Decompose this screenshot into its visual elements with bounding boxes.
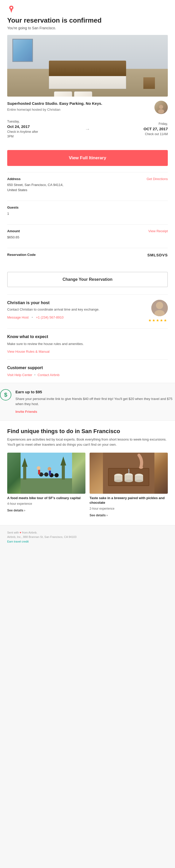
airbnb-logo-icon bbox=[7, 5, 16, 13]
experience-duration-sake: 2-hour experience bbox=[90, 506, 168, 511]
experience-name-bike: A food meets bike tour of SF's culinary … bbox=[7, 496, 85, 500]
experience-image-sake bbox=[90, 453, 168, 494]
experience-link-bike[interactable]: See details bbox=[7, 508, 25, 512]
reservation-code-section: Reservation Code SMLSDVS bbox=[7, 248, 168, 267]
amount-row: Amount $650.65 View Receipt bbox=[7, 228, 168, 240]
checkin-block: Tuesday, Oct 24, 2017 Check in Anytime a… bbox=[7, 119, 81, 139]
help-center-link[interactable]: Visit Help Center bbox=[7, 372, 32, 378]
guests-value: 1 bbox=[7, 211, 19, 216]
view-itinerary-button[interactable]: View Full Itinerary bbox=[7, 150, 168, 166]
experience-image-bike bbox=[7, 453, 85, 494]
host-avatar-container: ★ ★ ★ ★ ★ bbox=[147, 300, 168, 323]
host-title: Christian is your host bbox=[7, 300, 147, 306]
bed-mattress bbox=[49, 76, 126, 89]
experiences-grid: A food meets bike tour of SF's culinary … bbox=[7, 453, 168, 518]
footer-text: Sent with ♥ from Airbnb. Airbnb, Inc., 8… bbox=[7, 530, 168, 544]
host-stars: ★ ★ ★ ★ ★ bbox=[148, 318, 167, 323]
host-info: Christian is your host Contact Christian… bbox=[7, 300, 147, 320]
change-reservation-button[interactable]: Change Your Reservation bbox=[7, 272, 168, 287]
house-rules-title: Know what to expect bbox=[7, 334, 168, 340]
bed-pillow-left bbox=[54, 91, 72, 97]
get-directions-link[interactable]: Get Directions bbox=[147, 177, 168, 182]
support-title: Customer support bbox=[7, 365, 168, 371]
host-section: Christian is your host Contact Christian… bbox=[7, 294, 168, 328]
host-avatar-large bbox=[151, 300, 168, 316]
support-links: Visit Help Center • Contact Airbnb bbox=[7, 372, 168, 378]
sake-experience-svg bbox=[90, 453, 168, 494]
view-receipt-link[interactable]: View Receipt bbox=[148, 228, 168, 234]
address-section: Address 650 Street, San Francisco, CA 94… bbox=[7, 172, 168, 201]
checkout-date: OCT 27, 2017 bbox=[94, 127, 168, 131]
star-5: ★ bbox=[164, 318, 167, 323]
experience-duration-bike: 4-hour experience bbox=[7, 501, 85, 506]
experience-card-sake: Taste sake in a brewery paired with pick… bbox=[90, 453, 168, 518]
amount-section: Amount $650.65 View Receipt bbox=[7, 224, 168, 248]
invite-friends-link[interactable]: Invite Friends bbox=[16, 410, 37, 413]
house-rules-section: Know what to expect Make sure to review … bbox=[7, 328, 168, 360]
host-contact: Message Host • +1 (234) 567-8910 bbox=[7, 315, 147, 320]
footer: Sent with ♥ from Airbnb. Airbnb, Inc., 8… bbox=[0, 525, 175, 549]
address-value: 650 Street, San Francisco, CA 94114, Uni… bbox=[7, 182, 63, 192]
svg-point-3 bbox=[156, 302, 163, 309]
bike-experience-svg bbox=[7, 453, 85, 494]
svg-point-32 bbox=[135, 479, 143, 482]
room-bed bbox=[49, 61, 126, 89]
svg-rect-9 bbox=[62, 464, 65, 479]
property-host: Entire home/apt hosted by Christian bbox=[7, 107, 150, 112]
bed-pillow-right bbox=[74, 91, 92, 97]
svg-rect-7 bbox=[23, 465, 26, 479]
svg-point-14 bbox=[37, 466, 41, 470]
svg-point-19 bbox=[48, 467, 51, 471]
confirmation-title: Your reservation is confirmed bbox=[7, 17, 168, 24]
svg-point-1 bbox=[158, 109, 164, 114]
star-3: ★ bbox=[156, 318, 159, 323]
earn-travel-credit-link[interactable]: Earn travel credit bbox=[7, 540, 29, 543]
confirmation-subtitle: You're going to San Francisco. bbox=[7, 25, 168, 31]
experiences-text: Experiences are activities led by local … bbox=[7, 437, 168, 448]
date-arrow: → bbox=[81, 125, 94, 133]
host-avatar-small bbox=[154, 101, 168, 114]
property-name: Superhosted Castro Studio. Easy Parking.… bbox=[7, 101, 150, 106]
bed-headboard bbox=[49, 61, 126, 76]
host-avatar-large-svg bbox=[151, 300, 168, 316]
dates-section: Tuesday, Oct 24, 2017 Check in Anytime a… bbox=[7, 119, 168, 144]
property-image bbox=[7, 35, 168, 97]
svg-point-33 bbox=[139, 466, 143, 469]
property-text: Superhosted Castro Studio. Easy Parking.… bbox=[7, 101, 150, 112]
host-row: Christian is your host Contact Christian… bbox=[7, 300, 168, 323]
house-rules-description: Make sure to review the house rules and … bbox=[7, 341, 168, 346]
room-window bbox=[12, 39, 33, 62]
guests-block: Guests 1 bbox=[7, 205, 19, 216]
address-label: Address bbox=[7, 177, 63, 182]
svg-point-29 bbox=[125, 479, 133, 482]
host-avatar-svg bbox=[156, 103, 166, 114]
experiences-section: Find unique things to do in San Francisc… bbox=[0, 421, 175, 525]
host-phone: +1 (234) 567-8910 bbox=[36, 315, 64, 320]
contact-airbnb-link[interactable]: Contact Airbnb bbox=[38, 372, 59, 378]
referral-text: Share your personal invite link to give … bbox=[16, 396, 175, 406]
main-content: Your reservation is confirmed You're goi… bbox=[0, 17, 175, 383]
host-description: Contact Christian to coordinate arrival … bbox=[7, 307, 147, 312]
room-scene bbox=[7, 35, 168, 97]
address-block: Address 650 Street, San Francisco, CA 94… bbox=[7, 177, 63, 193]
experience-link-sake[interactable]: See details bbox=[90, 514, 107, 517]
svg-point-26 bbox=[114, 479, 123, 482]
svg-point-0 bbox=[159, 105, 163, 109]
message-host-link[interactable]: Message Host bbox=[7, 315, 29, 320]
star-2: ★ bbox=[152, 318, 155, 323]
checkin-sub: Check in Anytime after 3PM bbox=[7, 129, 81, 139]
guests-section: Guests 1 bbox=[7, 200, 168, 224]
reservation-code-value: SMLSDVS bbox=[147, 252, 168, 258]
referral-section: $ Earn up to $95 Share your personal inv… bbox=[0, 383, 175, 421]
experiences-title: Find unique things to do in San Francisc… bbox=[7, 428, 168, 435]
checkin-day: Tuesday, bbox=[7, 119, 81, 124]
reservation-code-label: Reservation Code bbox=[7, 252, 36, 257]
property-info: Superhosted Castro Studio. Easy Parking.… bbox=[7, 101, 168, 114]
amount-block: Amount $650.65 bbox=[7, 228, 20, 240]
star-4: ★ bbox=[160, 318, 163, 323]
checkout-day: Friday, bbox=[94, 122, 168, 126]
house-rules-link[interactable]: View House Rules & Manual bbox=[7, 350, 50, 353]
experience-card-bike: A food meets bike tour of SF's culinary … bbox=[7, 453, 85, 518]
checkout-sub: Check out 11AM bbox=[94, 132, 168, 136]
checkout-block: Friday, OCT 27, 2017 Check out 11AM bbox=[94, 122, 168, 136]
